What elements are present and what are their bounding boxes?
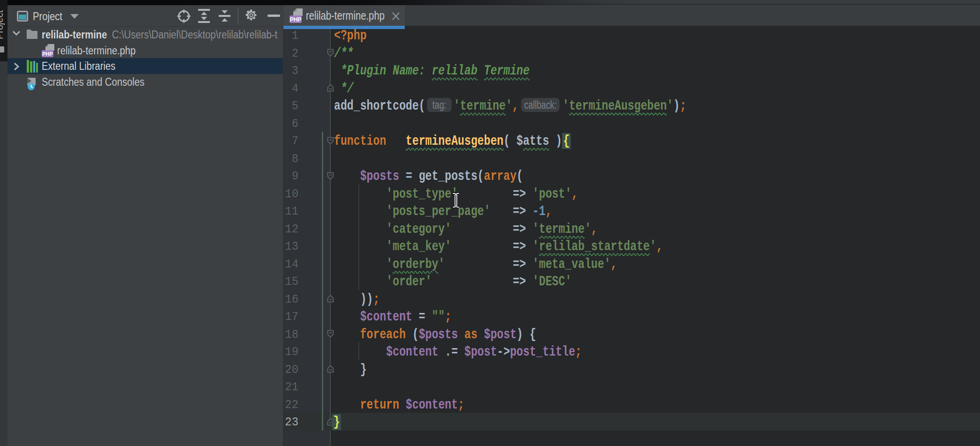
svg-text:PHP: PHP bbox=[290, 16, 302, 23]
svg-text:PHP: PHP bbox=[42, 51, 53, 57]
